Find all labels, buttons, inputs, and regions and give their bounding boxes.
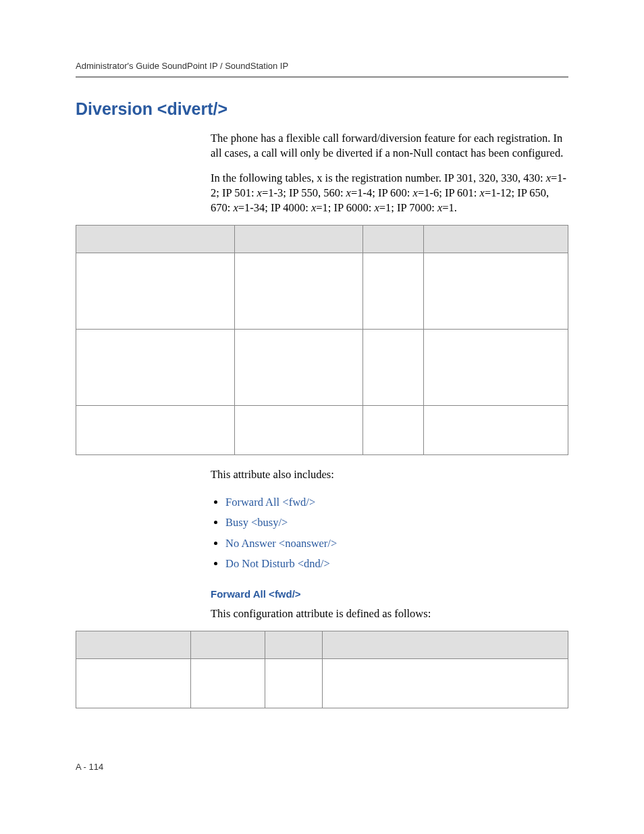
- table-header-cell: [235, 226, 363, 253]
- table-cell: [363, 406, 424, 455]
- attribute-table-1: [76, 225, 568, 455]
- table-header-row: [76, 226, 568, 253]
- text: =1; IP 7000:: [379, 201, 437, 214]
- paragraph-intro: The phone has a flexible call forward/di…: [211, 131, 568, 161]
- paragraph-ranges: In the following tables, x is the regist…: [211, 171, 568, 216]
- table-cell: [363, 330, 424, 406]
- attribute-table-2: [76, 631, 568, 708]
- text: =1; IP 6000:: [316, 201, 374, 214]
- table-header-row: [76, 631, 568, 658]
- page-number: A - 114: [76, 762, 103, 772]
- table-cell: [265, 658, 323, 708]
- var-x: x: [413, 186, 418, 199]
- list-item: Forward All <fwd/>: [225, 492, 568, 513]
- link-dnd[interactable]: Do Not Disturb <dnd/>: [225, 557, 330, 570]
- table-row: [76, 330, 568, 406]
- body-indent-1: The phone has a flexible call forward/di…: [211, 131, 568, 215]
- var-x: x: [233, 201, 238, 214]
- link-forward-all[interactable]: Forward All <fwd/>: [225, 496, 315, 509]
- table-header-cell: [424, 226, 568, 253]
- text: =1-34; IP 4000:: [238, 201, 311, 214]
- text: =1-3; IP 550, 560:: [262, 186, 346, 199]
- heading-forward-all: Forward All <fwd/>: [211, 588, 568, 600]
- var-x: x: [374, 201, 379, 214]
- text: In the following tables, x is the regist…: [211, 172, 546, 184]
- table-cell: [363, 253, 424, 330]
- var-x: x: [480, 186, 485, 199]
- table-row: [76, 658, 568, 708]
- table-cell: [235, 406, 363, 455]
- link-no-answer[interactable]: No Answer <noanswer/>: [225, 537, 337, 550]
- table-cell: [76, 406, 235, 455]
- table-cell: [235, 253, 363, 330]
- table-cell: [235, 330, 363, 406]
- table-header-cell: [76, 226, 235, 253]
- table-row: [76, 253, 568, 330]
- list-item: Busy <busy/>: [225, 513, 568, 533]
- table-cell: [323, 658, 568, 708]
- paragraph-also-includes: This attribute also includes:: [211, 467, 568, 482]
- var-x: x: [346, 186, 351, 199]
- list-item: No Answer <noanswer/>: [225, 533, 568, 554]
- text: =1-4; IP 600:: [351, 186, 413, 199]
- table-cell: [76, 658, 191, 708]
- table-header-cell: [363, 226, 424, 253]
- table-cell: [76, 330, 235, 406]
- cross-reference-list: Forward All <fwd/> Busy <busy/> No Answe…: [211, 492, 568, 575]
- table-cell: [424, 406, 568, 455]
- table-cell: [424, 330, 568, 406]
- document-page: Administrator's Guide SoundPoint IP / So…: [0, 0, 644, 834]
- link-busy[interactable]: Busy <busy/>: [225, 516, 288, 529]
- paragraph-fwd-intro: This configuration attribute is defined …: [211, 606, 568, 621]
- table-header-cell: [76, 631, 191, 658]
- text: =1.: [442, 201, 457, 214]
- table-cell: [424, 253, 568, 330]
- table-header-cell: [265, 631, 323, 658]
- body-indent-2: This attribute also includes: Forward Al…: [211, 467, 568, 621]
- text: =1-6; IP 601:: [418, 186, 480, 199]
- var-x: x: [546, 172, 551, 184]
- table-header-cell: [323, 631, 568, 658]
- table-cell: [191, 658, 265, 708]
- list-item: Do Not Disturb <dnd/>: [225, 554, 568, 575]
- heading-diversion: Diversion <divert/>: [76, 99, 568, 119]
- header-rule: [76, 76, 568, 78]
- var-x: x: [257, 186, 262, 199]
- table-cell: [76, 253, 235, 330]
- running-head: Administrator's Guide SoundPoint IP / So…: [76, 61, 568, 76]
- table-row: [76, 406, 568, 455]
- table-header-cell: [191, 631, 265, 658]
